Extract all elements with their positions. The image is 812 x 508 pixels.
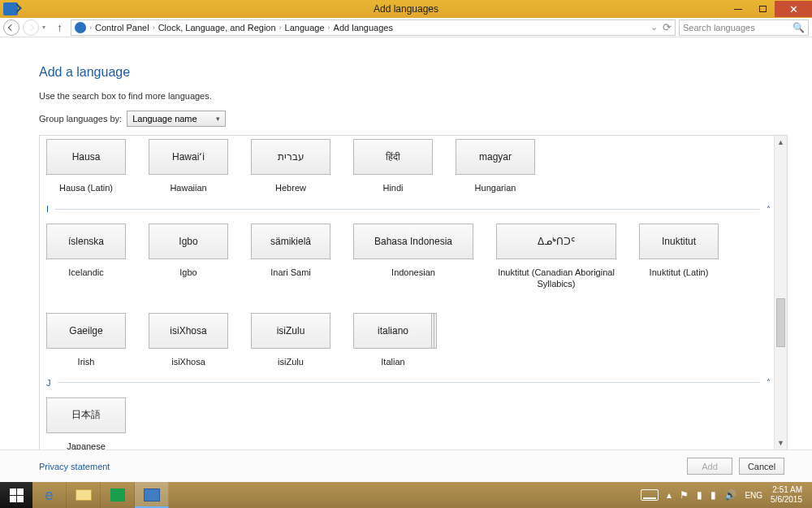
chevron-right-icon: › [279, 24, 282, 32]
minimize-button[interactable] [726, 1, 750, 17]
language-english-name: Hebrew [251, 183, 330, 193]
group-by-dropdown[interactable]: Language name ▾ [127, 111, 226, 127]
taskbar-store-icon[interactable] [101, 482, 135, 508]
language-native-name: हिंदी [353, 139, 433, 175]
language-native-name: Hausa [46, 139, 126, 175]
chevron-right-icon: › [328, 24, 330, 32]
clock[interactable]: 2:51 AM 5/6/2015 [771, 485, 806, 505]
language-native-name: sämikielâ [251, 224, 330, 259]
chevron-right-icon: › [153, 24, 155, 32]
group-by-label: Group languages by: [39, 114, 122, 124]
chevron-down-icon[interactable]: ⌄ [650, 22, 658, 33]
language-tile[interactable]: עבריתHebrew [251, 139, 330, 193]
language-english-name: Italian [353, 357, 433, 367]
window-controls: ✕ [726, 1, 812, 17]
language-english-name: isiXhosa [149, 357, 228, 367]
battery-icon[interactable]: ▮ [697, 489, 702, 501]
language-tile[interactable]: ᐃᓄᒃᑎᑐᑦInuktitut (Canadian Aboriginal Syl… [496, 224, 616, 290]
language-native-name: ᐃᓄᒃᑎᑐᑦ [496, 224, 616, 259]
language-english-name: Hawaiian [149, 183, 228, 193]
letter-separator: J˄ [46, 378, 774, 388]
breadcrumb-item[interactable]: Control Panel [95, 23, 149, 33]
keyboard-icon[interactable] [641, 489, 659, 501]
language-tile[interactable]: Bahasa IndonesiaIndonesian [353, 224, 473, 290]
start-button[interactable] [0, 482, 32, 508]
search-icon: 🔍 [793, 22, 805, 33]
language-tile[interactable]: íslenskaIcelandic [46, 224, 126, 290]
language-tile[interactable]: 日本語Japanese [46, 397, 126, 450]
scroll-up-icon[interactable]: ▲ [775, 136, 787, 149]
network-icon[interactable]: ▮ [710, 489, 716, 501]
scroll-thumb[interactable] [776, 298, 785, 347]
language-english-name: Hausa (Latin) [46, 183, 126, 193]
maximize-button[interactable] [750, 1, 775, 17]
input-lang[interactable]: ENG [745, 491, 762, 500]
title-bar: Add languages ✕ [0, 0, 812, 18]
language-native-name: Bahasa Indonesia [353, 224, 473, 259]
back-button[interactable] [3, 20, 19, 36]
vertical-scrollbar[interactable]: ▲ ▼ [774, 136, 787, 449]
language-tile[interactable]: isiXhosaisiXhosa [149, 313, 228, 367]
language-native-name: isiXhosa [149, 313, 228, 349]
language-tile-row: HausaHausa (Latin)HawaiʻiHawaiianעבריתHe… [46, 139, 774, 193]
window-title: Add languages [0, 3, 812, 15]
language-english-name: Igbo [149, 267, 228, 277]
language-english-name: Hungarian [456, 183, 535, 193]
add-button[interactable]: Add [687, 458, 732, 475]
language-list-pane: HausaHausa (Latin)HawaiʻiHawaiianעבריתHe… [39, 135, 788, 449]
breadcrumb-item[interactable]: Add languages [334, 23, 393, 33]
language-english-name: Inari Sami [251, 267, 330, 277]
language-tile[interactable]: isiZuluisiZulu [251, 313, 330, 367]
language-native-name: 日本語 [46, 397, 126, 433]
language-native-name: íslenska [46, 224, 126, 259]
language-tile[interactable]: HawaiʻiHawaiian [149, 139, 228, 193]
privacy-link[interactable]: Privacy statement [39, 462, 110, 471]
scroll-down-icon[interactable]: ▼ [775, 436, 787, 449]
language-tile[interactable]: InuktitutInuktitut (Latin) [639, 224, 719, 290]
refresh-button[interactable]: ⟳ [663, 21, 672, 33]
letter-separator: I˄ [46, 204, 774, 214]
language-tile[interactable]: magyarHungarian [456, 139, 535, 193]
cancel-button[interactable]: Cancel [739, 458, 784, 475]
collapse-icon[interactable]: ˄ [767, 378, 771, 387]
language-tile[interactable]: HausaHausa (Latin) [46, 139, 126, 193]
system-tray: ▴ ⚑ ▮ ▮ 🔊 ENG 2:51 AM 5/6/2015 [634, 482, 812, 508]
language-english-name: Japanese [46, 441, 126, 450]
up-button[interactable]: ↑ [52, 21, 67, 34]
letter-label: J [46, 378, 51, 388]
language-native-name: Inuktitut [639, 224, 719, 259]
close-button[interactable]: ✕ [775, 1, 812, 17]
breadcrumb-item[interactable]: Clock, Language, and Region [158, 23, 276, 33]
footer-bar: Privacy statement Add Cancel [0, 449, 812, 482]
forward-button[interactable] [23, 20, 39, 36]
windows-icon [10, 488, 24, 502]
search-input[interactable]: Search languages 🔍 [679, 20, 809, 36]
address-bar[interactable]: › Control Panel › Clock, Language, and R… [71, 20, 676, 36]
taskbar-controlpanel-icon[interactable] [135, 482, 169, 508]
language-tile[interactable]: हिंदीHindi [353, 139, 433, 193]
language-tile[interactable]: sämikielâInari Sami [251, 224, 330, 290]
group-by-row: Group languages by: Language name ▾ [39, 111, 788, 127]
chevron-right-icon: › [89, 24, 92, 32]
language-tile[interactable]: italianoItalian [353, 313, 433, 367]
language-english-name: Indonesian [353, 267, 473, 277]
globe-icon [3, 2, 18, 15]
breadcrumb-item[interactable]: Language [285, 23, 325, 33]
taskbar-ie-icon[interactable]: e [32, 482, 67, 508]
language-tile-row: íslenskaIcelandicIgboIgbosämikielâInari … [46, 224, 774, 367]
volume-icon[interactable]: 🔊 [724, 489, 736, 501]
language-native-name: magyar [456, 139, 535, 175]
collapse-icon[interactable]: ˄ [767, 205, 771, 214]
language-tile[interactable]: IgboIgbo [149, 224, 228, 290]
history-dropdown[interactable]: ▾ [42, 24, 49, 31]
location-icon [75, 22, 86, 33]
language-native-name: italiano [353, 313, 433, 349]
language-native-name: Gaeilge [46, 313, 126, 349]
language-english-name: Inuktitut (Latin) [639, 267, 719, 277]
taskbar-explorer-icon[interactable] [67, 482, 101, 508]
flag-icon[interactable]: ⚑ [680, 489, 689, 501]
search-placeholder: Search languages [683, 23, 793, 33]
page-title: Add a language [39, 65, 788, 80]
language-tile[interactable]: GaeilgeIrish [46, 313, 126, 367]
tray-chevron-icon[interactable]: ▴ [667, 489, 672, 501]
